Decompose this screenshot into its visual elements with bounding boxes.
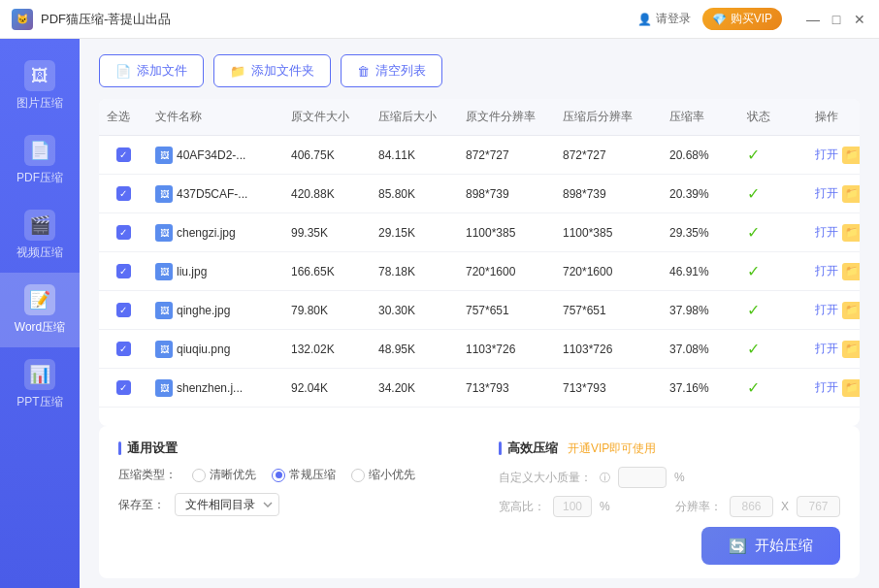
resolution-width-input[interactable] (730, 496, 773, 517)
resolution-height-input[interactable] (797, 496, 840, 517)
row-ratio-1: 20.39% (662, 187, 739, 201)
row-comp-res-5: 1103*726 (555, 343, 662, 356)
open-button-6[interactable]: 打开 (815, 379, 838, 396)
login-button[interactable]: 👤 请登录 (637, 11, 691, 27)
row-ratio-3: 46.91% (662, 265, 739, 278)
x-separator: X (781, 500, 789, 513)
folder-button-2[interactable]: 📁 (842, 224, 860, 242)
folder-button-1[interactable]: 📁 (842, 185, 860, 203)
row-checkbox-0[interactable] (99, 147, 147, 162)
video-icon: 🎬 (24, 210, 55, 241)
titlebar: 🐱 PDF猫压缩-菩提山出品 👤 请登录 💎 购买VIP — □ ✕ (0, 0, 879, 39)
general-settings: 通用设置 压缩类型： 清晰优先 常规压缩 (118, 440, 460, 565)
app-title: PDF猫压缩-菩提山出品 (41, 11, 637, 28)
open-button-1[interactable]: 打开 (815, 185, 838, 202)
row-checkbox-5[interactable] (99, 342, 147, 356)
quality-input[interactable] (618, 467, 667, 488)
open-button-2[interactable]: 打开 (815, 224, 838, 241)
add-folder-button[interactable]: 📁 添加文件夹 (213, 54, 331, 87)
main-layout: 🖼 图片压缩 📄 PDF压缩 🎬 视频压缩 📝 Word压缩 📊 PPT压缩 📄… (0, 39, 879, 588)
sidebar-item-word[interactable]: 📝 Word压缩 (0, 273, 80, 347)
sidebar-item-pdf[interactable]: 📄 PDF压缩 (0, 123, 80, 198)
header-ratio: 压缩率 (662, 109, 739, 125)
checkbox-5[interactable] (116, 342, 131, 356)
add-file-button[interactable]: 📄 添加文件 (99, 54, 204, 87)
row-orig-res-4: 757*651 (458, 304, 555, 317)
diamond-icon: 💎 (712, 13, 727, 26)
content-area: 📄 添加文件 📁 添加文件夹 🗑 清空列表 全选 文件名称 原文件大小 压缩后大… (80, 39, 879, 588)
app-logo: 🐱 (12, 9, 33, 30)
sidebar-item-image[interactable]: 🖼 图片压缩 (0, 49, 80, 123)
sidebar-label-pdf: PDF压缩 (16, 170, 63, 186)
row-orig-size-3: 166.65K (283, 265, 371, 278)
open-button-5[interactable]: 打开 (815, 341, 838, 357)
radio-clear[interactable]: 清晰优先 (192, 467, 256, 483)
row-status-6: ✓ (739, 378, 807, 397)
settings-row: 通用设置 压缩类型： 清晰优先 常规压缩 (118, 440, 840, 565)
folder-button-0[interactable]: 📁 (842, 147, 860, 164)
sidebar-item-ppt[interactable]: 📊 PPT压缩 (0, 347, 80, 422)
row-comp-size-0: 84.11K (371, 148, 458, 162)
checkbox-6[interactable] (116, 380, 131, 395)
close-button[interactable]: ✕ (852, 12, 867, 27)
start-compress-button[interactable]: 🔄 开始压缩 (701, 527, 840, 565)
header-original-res: 原文件分辨率 (458, 109, 555, 125)
row-action-4: 打开 📁 ✕ (807, 302, 860, 319)
vip-button[interactable]: 💎 购买VIP (702, 8, 782, 30)
row-checkbox-2[interactable] (99, 225, 147, 240)
file-icon-2: 🖼 (155, 224, 173, 242)
radio-normal[interactable]: 常规压缩 (272, 467, 336, 483)
checkbox-0[interactable] (116, 147, 131, 162)
row-checkbox-4[interactable] (99, 303, 147, 317)
row-ratio-5: 37.08% (662, 343, 739, 356)
row-status-5: ✓ (739, 340, 807, 358)
row-comp-res-0: 872*727 (555, 148, 662, 162)
checkbox-1[interactable] (116, 186, 131, 201)
open-button-3[interactable]: 打开 (815, 263, 838, 279)
high-title-row: 高效压缩 开通VIP即可使用 (499, 440, 840, 457)
folder-button-6[interactable]: 📁 (842, 379, 860, 397)
row-orig-res-6: 713*793 (458, 381, 555, 395)
row-checkbox-1[interactable] (99, 186, 147, 201)
row-filename-0: 🖼 40AF34D2-... (147, 147, 283, 164)
minimize-button[interactable]: — (805, 12, 821, 27)
row-orig-size-1: 420.88K (283, 187, 371, 201)
radio-small[interactable]: 缩小优先 (351, 467, 415, 483)
row-filename-6: 🖼 shenzhen.j... (147, 379, 283, 397)
folder-button-5[interactable]: 📁 (842, 341, 860, 358)
row-comp-res-1: 898*739 (555, 187, 662, 201)
row-action-5: 打开 📁 ✕ (807, 341, 860, 358)
folder-button-4[interactable]: 📁 (842, 302, 860, 319)
header-status: 状态 (739, 109, 807, 125)
folder-button-3[interactable]: 📁 (842, 263, 860, 280)
open-button-4[interactable]: 打开 (815, 302, 838, 318)
row-comp-size-6: 34.20K (371, 381, 458, 395)
radio-circle-small (351, 469, 365, 482)
radio-circle-clear (192, 469, 206, 482)
header-compressed-res: 压缩后分辨率 (555, 109, 662, 125)
row-action-6: 打开 📁 ✕ (807, 379, 860, 397)
maximize-button[interactable]: □ (829, 12, 844, 27)
row-comp-size-4: 30.30K (371, 304, 458, 317)
row-status-1: ✓ (739, 184, 807, 203)
save-to-select[interactable]: 文件相同目录 (175, 493, 279, 516)
table-row: 🖼 chengzi.jpg 99.35K 29.15K 1100*385 110… (99, 213, 860, 252)
bottom-settings: 通用设置 压缩类型： 清晰优先 常规压缩 (99, 426, 860, 578)
checkbox-4[interactable] (116, 303, 131, 317)
row-action-2: 打开 📁 ✕ (807, 224, 860, 242)
row-orig-size-0: 406.75K (283, 148, 371, 162)
window-controls: — □ ✕ (805, 12, 867, 27)
pdf-icon: 📄 (24, 135, 55, 166)
ratio-input[interactable] (553, 496, 592, 517)
row-checkbox-6[interactable] (99, 380, 147, 395)
checkbox-3[interactable] (116, 264, 131, 278)
checkbox-2[interactable] (116, 225, 131, 240)
header-select-all[interactable]: 全选 (99, 109, 147, 125)
header-original-size: 原文件大小 (283, 109, 371, 125)
open-button-0[interactable]: 打开 (815, 147, 838, 163)
clear-list-button[interactable]: 🗑 清空列表 (341, 54, 442, 87)
sidebar-item-video[interactable]: 🎬 视频压缩 (0, 198, 80, 273)
vip-link[interactable]: 开通VIP即可使用 (568, 441, 656, 457)
row-checkbox-3[interactable] (99, 264, 147, 278)
radio-circle-normal (272, 469, 285, 482)
